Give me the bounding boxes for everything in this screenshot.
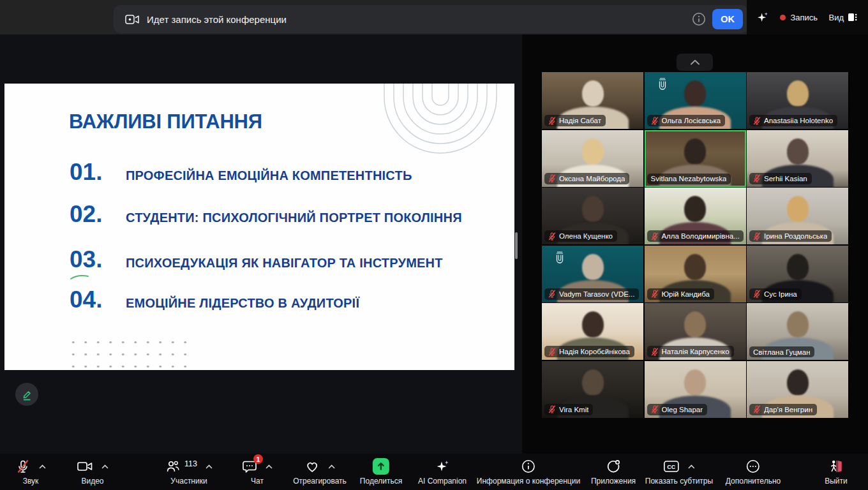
participant-tile[interactable]: Oleg Shapar (645, 361, 746, 418)
captions-button[interactable]: CC Показать субтитры (645, 458, 713, 486)
slide-item-1-text: ПРОФЕСІЙНА ЕМОЦІЙНА КОМПЕТЕНТНІСТЬ (126, 168, 412, 183)
chat-badge: 1 (253, 454, 263, 464)
share-icon (373, 458, 389, 475)
react-options-chevron[interactable] (328, 464, 335, 469)
participant-tile[interactable]: Serhii Kasian (747, 130, 848, 187)
meeting-toolbar: Звук Видео (0, 454, 868, 490)
mic-muted-icon (548, 174, 556, 182)
participants-icon (165, 459, 181, 474)
participant-name-tag: Алла Володимирівна... (647, 230, 744, 242)
participant-name-tag: Oleg Shapar (647, 404, 708, 415)
participant-tile[interactable]: Надія Коробєйнікова (542, 303, 643, 360)
audio-label: Звук (23, 477, 39, 486)
participant-name-tag: Ольга Лосієвська (647, 115, 726, 126)
share-button[interactable]: Поделиться (360, 458, 402, 486)
participant-name-tag: Юрій Кандиба (647, 288, 715, 300)
participant-tile[interactable]: Vadym Tarasov (VDE... (542, 246, 643, 302)
participant-tile[interactable]: Оксана Майборода (542, 130, 643, 187)
participant-name-tag: Сус Ірина (749, 288, 802, 300)
participant-tile[interactable]: Svitlana Nezabytowska (645, 130, 746, 187)
mic-icon (15, 459, 31, 474)
participant-tile[interactable]: Дар'я Венгрин (747, 361, 848, 418)
meeting-info-label: Информация о конференции (477, 477, 580, 486)
video-button[interactable]: Видео (77, 458, 108, 486)
slide-item-4-number: 04. (70, 286, 126, 313)
ai-companion-button[interactable]: AI Companion (418, 458, 467, 486)
slide-item-2: 02. СТУДЕНТИ: ПСИХОЛОГІЧНИЙ ПОРТРЕТ ПОКО… (70, 201, 462, 228)
participant-head (684, 196, 706, 222)
apps-button[interactable]: Приложения (591, 458, 636, 486)
participant-tile[interactable]: Ольга Лосієвська (645, 72, 746, 129)
gallery-collapse-button[interactable] (677, 54, 713, 71)
participant-head (582, 254, 604, 280)
participants-button[interactable]: 113 Участники (165, 458, 213, 486)
participant-head (684, 369, 706, 396)
recording-camera-icon (125, 14, 139, 25)
participant-name: Serhii Kasian (764, 175, 807, 182)
participant-name: Надія Коробєйнікова (559, 348, 630, 355)
slide-item-3: 03. ПСИХОЕДУКАЦІЯ ЯК НАВІГАТОР ТА ІНСТРУ… (70, 246, 443, 273)
leave-label: Выйти (825, 477, 848, 486)
participant-tile[interactable]: Світлана Гуцман (747, 303, 848, 360)
participant-name: Vira Kmit (559, 406, 588, 413)
chat-options-chevron[interactable] (266, 464, 273, 469)
scrollbar-thumb[interactable] (515, 232, 518, 259)
participant-name-tag: Надія Коробєйнікова (544, 346, 634, 357)
participant-name-tag: Svitlana Nezabytowska (647, 174, 731, 184)
participant-head (582, 80, 604, 107)
participant-name: Сус Ірина (764, 290, 797, 298)
video-options-chevron[interactable] (101, 464, 108, 469)
green-annotation-swoosh (70, 273, 90, 281)
recording-indicator: Запись (780, 13, 818, 22)
participant-head (582, 138, 604, 165)
participant-tile[interactable]: Надія Сабат (542, 72, 643, 129)
ok-button[interactable]: OK (712, 9, 743, 29)
top-bar: Идет запись этой конференции OK Запись В… (0, 0, 868, 34)
participant-name-tag: Serhii Kasian (749, 173, 812, 184)
mic-muted-icon (548, 232, 556, 241)
react-button[interactable]: Отреагировать (293, 458, 347, 486)
recording-banner-text: Идет запись этой конференции (147, 14, 287, 25)
participant-name: Ольга Лосієвська (662, 117, 721, 124)
captions-options-chevron[interactable] (688, 464, 695, 469)
ai-companion-label: AI Companion (418, 477, 467, 486)
participant-tile[interactable]: Anastasiia Holotenko (747, 72, 848, 129)
participant-tile[interactable]: Ірина Роздольська (747, 188, 848, 244)
mic-muted-icon (651, 405, 659, 413)
leave-button[interactable]: Выйти (825, 458, 848, 486)
participant-name-tag: Anastasiia Holotenko (749, 115, 837, 126)
video-label: Видео (81, 477, 103, 486)
participant-tile[interactable]: Олена Кущенко (542, 188, 643, 244)
mic-muted-icon (548, 405, 556, 413)
participant-name-tag: Наталія Карпусенко (647, 346, 734, 357)
mic-muted-icon (548, 117, 556, 125)
participants-count: 113 (184, 459, 197, 468)
university-logo-icon (553, 251, 566, 266)
heart-icon (304, 459, 320, 474)
meeting-info-button[interactable]: Информация о конференции (477, 458, 580, 486)
annotate-button[interactable] (15, 383, 38, 406)
participant-tile[interactable]: Юрій Кандиба (645, 246, 746, 302)
view-button[interactable]: Вид (828, 13, 858, 22)
participant-name: Оксана Майборода (559, 175, 625, 182)
more-button[interactable]: Дополнительно (726, 458, 781, 486)
slide-item-3-text: ПСИХОЕДУКАЦІЯ ЯК НАВІГАТОР ТА ІНСТРУМЕНТ (126, 256, 443, 271)
participant-tile[interactable]: Наталія Карпусенко (645, 303, 746, 360)
chevron-up-icon (690, 59, 700, 65)
banner-info-icon[interactable] (692, 12, 706, 26)
participant-head (582, 196, 604, 222)
participant-tile[interactable]: Сус Ірина (747, 246, 848, 302)
chat-button[interactable]: 1 Чат (242, 458, 273, 486)
ai-companion-sparkle-icon[interactable] (756, 11, 769, 24)
audio-options-chevron[interactable] (39, 464, 46, 469)
participants-options-chevron[interactable] (206, 464, 213, 469)
view-layout-icon (848, 13, 858, 22)
participant-name: Oleg Shapar (662, 406, 703, 413)
participant-name: Надія Сабат (559, 117, 601, 124)
participant-tile[interactable]: Алла Володимирівна... (645, 188, 746, 244)
apps-label: Приложения (591, 477, 636, 486)
mic-muted-icon (651, 117, 659, 125)
audio-button[interactable]: Звук (15, 458, 46, 486)
chat-label: Чат (251, 477, 264, 486)
participant-tile[interactable]: Vira Kmit (542, 361, 643, 418)
